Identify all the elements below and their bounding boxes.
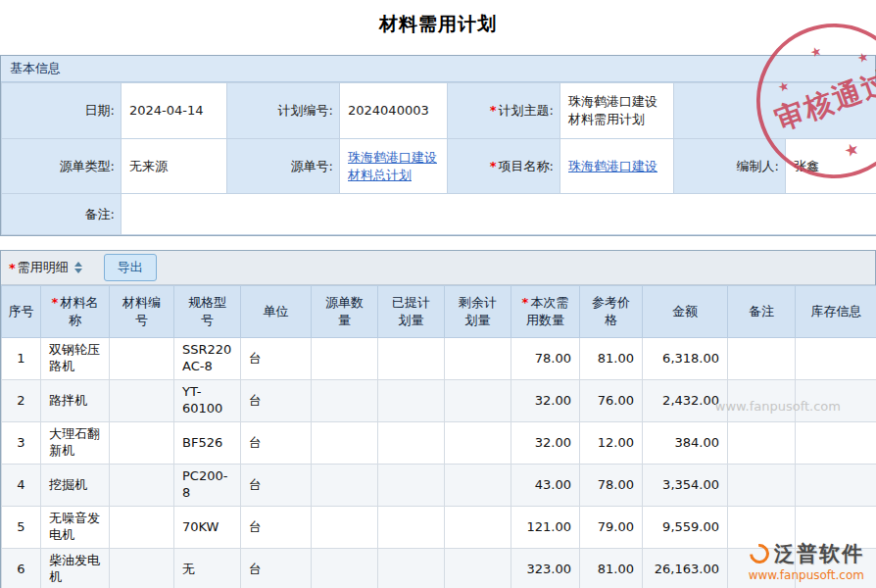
cell-unit: 台 xyxy=(241,338,312,380)
sort-asc-icon[interactable] xyxy=(74,262,82,267)
cell-spec-model: SSR220AC-8 xyxy=(174,338,241,380)
cell-ref-price: 81.00 xyxy=(580,549,643,588)
header-current-need-qty: *本次需用数量 xyxy=(511,286,580,338)
cell-remaining-plan-qty xyxy=(445,465,511,507)
export-button[interactable]: 导出 xyxy=(104,254,157,281)
date-label: 日期: xyxy=(2,83,122,139)
cell-ref-price: 76.00 xyxy=(580,380,643,422)
project-name-value: 珠海鹤港口建设 xyxy=(560,139,674,194)
project-name-link[interactable]: 珠海鹤港口建设 xyxy=(568,159,657,173)
cell-current-need-qty: 32.00 xyxy=(511,422,580,465)
cell-current-need-qty: 43.00 xyxy=(511,465,580,507)
cell-ref-price: 78.00 xyxy=(580,465,643,507)
cell-material-name: 柴油发电机 xyxy=(41,549,110,588)
cell-spec-model: YT-60100 xyxy=(174,380,241,422)
source-type-label: 源单类型: xyxy=(2,139,122,194)
cell-unit: 台 xyxy=(241,380,312,422)
cell-source-qty xyxy=(312,422,378,465)
source-type-value: 无来源 xyxy=(122,139,227,194)
sort-desc-icon[interactable] xyxy=(74,269,82,273)
cell-remark xyxy=(728,507,796,549)
table-row: 4 挖掘机 PC200-8 台 43.00 78.00 3,354.00 xyxy=(2,465,876,507)
cell-material-code xyxy=(110,380,174,422)
compiler-label: 编制人: xyxy=(674,139,786,194)
sort-arrows[interactable] xyxy=(74,262,82,273)
plan-subject-value: 珠海鹤港口建设材料需用计划 xyxy=(560,83,674,139)
cell-remaining-plan-qty xyxy=(445,507,511,549)
header-submitted-plan-qty: 已提计划量 xyxy=(378,286,445,338)
cell-submitted-plan-qty xyxy=(378,549,445,588)
cell-seq: 5 xyxy=(2,507,41,549)
cell-submitted-plan-qty xyxy=(378,380,445,422)
header-spec-model: 规格型号 xyxy=(174,286,241,338)
empty-cell xyxy=(674,83,876,139)
header-ref-price: 参考价格 xyxy=(580,286,643,338)
detail-section-title: 需用明细 xyxy=(18,259,69,276)
cell-remark xyxy=(728,549,796,588)
cell-current-need-qty: 323.00 xyxy=(511,549,580,588)
cell-amount: 2,432.00 xyxy=(643,380,728,422)
cell-spec-model: PC200-8 xyxy=(174,465,241,507)
date-value: 2024-04-14 xyxy=(122,83,227,139)
cell-stock-info xyxy=(796,380,876,422)
compiler-value: 张鑫 xyxy=(786,139,876,194)
cell-spec-model: BF526 xyxy=(174,422,241,465)
cell-unit: 台 xyxy=(241,507,312,549)
cell-amount: 26,163.00 xyxy=(643,549,728,588)
cell-remark xyxy=(728,422,796,465)
page-title: 材料需用计划 xyxy=(379,13,497,34)
cell-remaining-plan-qty xyxy=(445,380,511,422)
table-row: 2 路拌机 YT-60100 台 32.00 76.00 2,432.00 xyxy=(2,380,876,422)
cell-seq: 3 xyxy=(2,422,41,465)
cell-ref-price: 12.00 xyxy=(580,422,643,465)
required-asterisk: * xyxy=(9,261,16,275)
basic-info-header: 基本信息 xyxy=(1,56,875,82)
cell-stock-info xyxy=(796,465,876,507)
cell-material-name: 大理石翻新机 xyxy=(41,422,110,465)
cell-amount: 3,354.00 xyxy=(643,465,728,507)
cell-seq: 2 xyxy=(2,380,41,422)
cell-material-name: 挖掘机 xyxy=(41,465,110,507)
title-block: 材料需用计划 xyxy=(0,0,876,55)
cell-unit: 台 xyxy=(241,465,312,507)
required-asterisk: * xyxy=(522,295,529,310)
cell-material-code xyxy=(110,422,174,465)
cell-remark xyxy=(728,380,796,422)
remark-label: 备注: xyxy=(2,194,122,235)
header-unit: 单位 xyxy=(241,286,312,338)
header-amount: 金额 xyxy=(643,286,728,338)
detail-table: 序号 *材料名称 材料编号 规格型号 单位 源单数量 已提计划量 剩余计划量 *… xyxy=(1,285,876,588)
basic-info-section: 基本信息 日期: 2024-04-14 计划编号: 2024040003 *计划… xyxy=(0,55,876,236)
project-name-label: *项目名称: xyxy=(448,139,560,194)
header-material-name: *材料名称 xyxy=(41,286,110,338)
cell-seq: 4 xyxy=(2,465,41,507)
table-row: 6 柴油发电机 无 台 323.00 81.00 26,163.00 xyxy=(2,549,876,588)
cell-remaining-plan-qty xyxy=(445,338,511,380)
table-row: 1 双钢轮压路机 SSR220AC-8 台 78.00 81.00 6,318.… xyxy=(2,338,876,380)
remark-value xyxy=(122,194,876,235)
cell-remaining-plan-qty xyxy=(445,422,511,465)
cell-source-qty xyxy=(312,549,378,588)
header-stock-info: 库存信息 xyxy=(796,286,876,338)
cell-submitted-plan-qty xyxy=(378,338,445,380)
source-no-link[interactable]: 珠海鹤港口建设材料总计划 xyxy=(348,150,437,182)
table-row: 3 大理石翻新机 BF526 台 32.00 12.00 384.00 xyxy=(2,422,876,465)
cell-material-code xyxy=(110,465,174,507)
detail-table-header-row: 序号 *材料名称 材料编号 规格型号 单位 源单数量 已提计划量 剩余计划量 *… xyxy=(2,286,876,338)
cell-seq: 1 xyxy=(2,338,41,380)
cell-stock-info xyxy=(796,507,876,549)
cell-material-name: 双钢轮压路机 xyxy=(41,338,110,380)
cell-submitted-plan-qty xyxy=(378,507,445,549)
required-asterisk: * xyxy=(490,159,497,173)
header-seq: 序号 xyxy=(2,286,41,338)
source-no-label: 源单号: xyxy=(227,139,340,194)
cell-amount: 9,559.00 xyxy=(643,507,728,549)
cell-spec-model: 无 xyxy=(174,549,241,588)
cell-material-code xyxy=(110,507,174,549)
cell-material-code xyxy=(110,338,174,380)
cell-material-name: 无噪音发电机 xyxy=(41,507,110,549)
cell-unit: 台 xyxy=(241,422,312,465)
cell-remark xyxy=(728,465,796,507)
cell-current-need-qty: 32.00 xyxy=(511,380,580,422)
cell-stock-info xyxy=(796,338,876,380)
